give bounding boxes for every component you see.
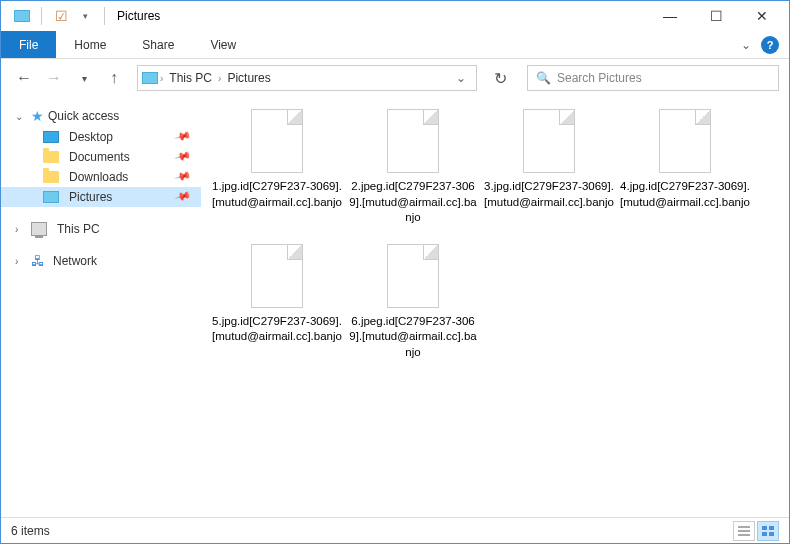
file-name: 5.jpg.id[C279F237-3069].[mutud@airmail.c… — [212, 314, 342, 345]
folder-icon — [43, 151, 59, 163]
back-button[interactable]: ← — [11, 65, 37, 91]
pin-icon: 📌 — [173, 186, 197, 207]
sidebar-item-label: Desktop — [69, 130, 113, 144]
sidebar-item-label: Pictures — [69, 190, 112, 204]
network-icon: 🖧 — [31, 254, 45, 268]
chevron-right-icon[interactable]: › — [160, 73, 163, 84]
up-button[interactable]: ↑ — [101, 65, 127, 91]
sidebar-item-label: Documents — [69, 150, 130, 164]
refresh-button[interactable]: ↻ — [487, 65, 513, 91]
search-input[interactable]: 🔍 Search Pictures — [527, 65, 779, 91]
window-controls: — ☐ ✕ — [647, 1, 785, 31]
file-icon — [523, 109, 575, 173]
item-count: 6 items — [11, 524, 50, 538]
file-item[interactable]: 3.jpg.id[C279F237-3069].[mutud@airmail.c… — [481, 109, 617, 226]
sidebar-quick-access[interactable]: ⌄ ★ Quick access — [1, 105, 201, 127]
svg-rect-6 — [769, 532, 774, 536]
properties-icon[interactable]: ☑ — [50, 5, 72, 27]
sidebar-label: This PC — [57, 222, 100, 236]
svg-rect-3 — [762, 526, 767, 530]
location-icon — [142, 72, 158, 84]
sidebar-item-documents[interactable]: Documents 📌 — [1, 147, 201, 167]
file-icon — [659, 109, 711, 173]
file-icon — [251, 109, 303, 173]
sidebar-item-downloads[interactable]: Downloads 📌 — [1, 167, 201, 187]
sidebar-item-label: Downloads — [69, 170, 128, 184]
file-item[interactable]: 6.jpeg.id[C279F237-3069].[mutud@airmail.… — [345, 244, 481, 361]
file-icon — [251, 244, 303, 308]
forward-button[interactable]: → — [41, 65, 67, 91]
maximize-button[interactable]: ☐ — [693, 1, 739, 31]
separator — [104, 7, 105, 25]
status-bar: 6 items — [1, 517, 789, 543]
expand-icon[interactable]: › — [15, 256, 27, 267]
separator — [41, 7, 42, 25]
close-button[interactable]: ✕ — [739, 1, 785, 31]
file-name: 2.jpeg.id[C279F237-3069].[mutud@airmail.… — [348, 179, 478, 226]
sidebar-this-pc[interactable]: › This PC — [1, 219, 201, 239]
sidebar-label: Quick access — [48, 109, 119, 123]
star-icon: ★ — [31, 108, 44, 124]
file-item[interactable]: 5.jpg.id[C279F237-3069].[mutud@airmail.c… — [209, 244, 345, 361]
recent-dropdown-icon[interactable]: ▾ — [71, 65, 97, 91]
sidebar-label: Network — [53, 254, 97, 268]
sidebar-item-desktop[interactable]: Desktop 📌 — [1, 127, 201, 147]
titlebar: ☑ ▾ Pictures — ☐ ✕ — [1, 1, 789, 31]
svg-rect-4 — [769, 526, 774, 530]
file-tab[interactable]: File — [1, 31, 56, 58]
grid-icon — [762, 526, 774, 536]
file-item[interactable]: 1.jpg.id[C279F237-3069].[mutud@airmail.c… — [209, 109, 345, 226]
icons-view-button[interactable] — [757, 521, 779, 541]
address-bar[interactable]: › This PC › Pictures ⌄ — [137, 65, 477, 91]
minimize-button[interactable]: — — [647, 1, 693, 31]
crumb-pictures[interactable]: Pictures — [223, 71, 274, 85]
tab-view[interactable]: View — [192, 31, 254, 58]
explorer-icon[interactable] — [11, 5, 33, 27]
help-button[interactable]: ? — [761, 36, 779, 54]
sidebar-network[interactable]: › 🖧 Network — [1, 251, 201, 271]
navigation-pane: ⌄ ★ Quick access Desktop 📌 Documents 📌 D… — [1, 97, 201, 517]
file-name: 6.jpeg.id[C279F237-3069].[mutud@airmail.… — [348, 314, 478, 361]
navigation-bar: ← → ▾ ↑ › This PC › Pictures ⌄ ↻ 🔍 Searc… — [1, 59, 789, 97]
search-placeholder: Search Pictures — [557, 71, 642, 85]
chevron-right-icon[interactable]: › — [218, 73, 221, 84]
file-list[interactable]: 1.jpg.id[C279F237-3069].[mutud@airmail.c… — [201, 97, 789, 517]
pictures-icon — [43, 191, 59, 203]
search-icon: 🔍 — [536, 71, 551, 85]
address-dropdown-icon[interactable]: ⌄ — [450, 71, 472, 85]
file-name: 4.jpg.id[C279F237-3069].[mutud@airmail.c… — [620, 179, 750, 210]
collapse-icon[interactable]: ⌄ — [15, 111, 27, 122]
expand-icon[interactable]: › — [15, 224, 27, 235]
window-title: Pictures — [117, 9, 160, 23]
content-area: ⌄ ★ Quick access Desktop 📌 Documents 📌 D… — [1, 97, 789, 517]
svg-rect-5 — [762, 532, 767, 536]
ribbon: File Home Share View ⌄ ? — [1, 31, 789, 59]
quick-access-toolbar: ☑ ▾ Pictures — [5, 5, 160, 27]
file-icon — [387, 244, 439, 308]
pc-icon — [31, 222, 47, 236]
pin-icon: 📌 — [173, 126, 197, 147]
folder-icon — [43, 171, 59, 183]
tab-home[interactable]: Home — [56, 31, 124, 58]
pin-icon: 📌 — [173, 166, 197, 187]
desktop-icon — [43, 131, 59, 143]
crumb-thispc[interactable]: This PC — [165, 71, 216, 85]
details-view-button[interactable] — [733, 521, 755, 541]
ribbon-expand-icon[interactable]: ⌄ — [741, 38, 751, 52]
pin-icon: 📌 — [173, 146, 197, 167]
file-name: 3.jpg.id[C279F237-3069].[mutud@airmail.c… — [484, 179, 614, 210]
sidebar-item-pictures[interactable]: Pictures 📌 — [1, 187, 201, 207]
qat-dropdown-icon[interactable]: ▾ — [74, 5, 96, 27]
file-name: 1.jpg.id[C279F237-3069].[mutud@airmail.c… — [212, 179, 342, 210]
tab-share[interactable]: Share — [124, 31, 192, 58]
file-item[interactable]: 4.jpg.id[C279F237-3069].[mutud@airmail.c… — [617, 109, 753, 226]
file-item[interactable]: 2.jpeg.id[C279F237-3069].[mutud@airmail.… — [345, 109, 481, 226]
list-icon — [738, 526, 750, 536]
file-icon — [387, 109, 439, 173]
